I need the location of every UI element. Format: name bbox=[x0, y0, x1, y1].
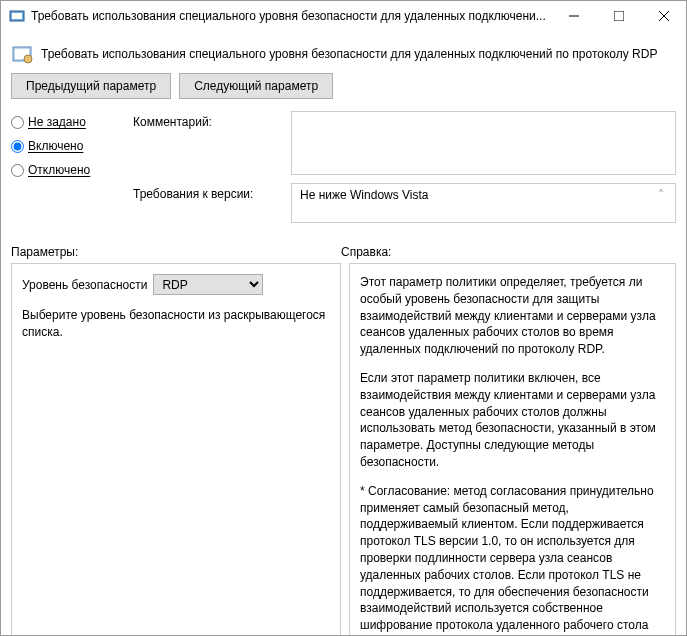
help-paragraph: Если этот параметр политики включен, все… bbox=[360, 370, 667, 471]
help-text[interactable]: Этот параметр политики определяет, требу… bbox=[360, 274, 673, 636]
close-button[interactable] bbox=[641, 1, 686, 31]
radio-disabled[interactable] bbox=[11, 164, 24, 177]
comment-textarea[interactable] bbox=[291, 111, 676, 175]
options-label: Параметры: bbox=[11, 245, 341, 259]
help-paragraph: * Согласование: метод согласования прину… bbox=[360, 483, 667, 636]
svg-rect-1 bbox=[12, 13, 22, 19]
policy-icon bbox=[11, 43, 33, 65]
state-radios: Не задано Включено Отключено bbox=[11, 111, 121, 231]
help-label: Справка: bbox=[341, 245, 391, 259]
requirements-label: Требования к версии: bbox=[133, 183, 283, 223]
previous-setting-button[interactable]: Предыдущий параметр bbox=[11, 73, 171, 99]
minimize-button[interactable] bbox=[551, 1, 596, 31]
radio-enabled-label[interactable]: Включено bbox=[28, 139, 83, 153]
radio-disabled-label[interactable]: Отключено bbox=[28, 163, 90, 177]
app-icon bbox=[9, 8, 25, 24]
scroll-up-icon: ˄ bbox=[655, 188, 667, 218]
svg-rect-3 bbox=[614, 11, 624, 21]
help-paragraph: Этот параметр политики определяет, требу… bbox=[360, 274, 667, 358]
comment-label: Комментарий: bbox=[133, 111, 283, 175]
policy-header: Требовать использования специального уро… bbox=[11, 39, 676, 73]
svg-point-8 bbox=[24, 55, 32, 63]
window-controls bbox=[551, 1, 686, 31]
window-title: Требовать использования специального уро… bbox=[31, 9, 551, 23]
security-level-label: Уровень безопасности bbox=[22, 278, 147, 292]
radio-not-configured-label[interactable]: Не задано bbox=[28, 115, 86, 129]
requirements-value: Не ниже Windows Vista bbox=[300, 188, 429, 218]
maximize-button[interactable] bbox=[596, 1, 641, 31]
radio-enabled[interactable] bbox=[11, 140, 24, 153]
policy-title: Требовать использования специального уро… bbox=[41, 47, 657, 61]
security-level-select[interactable]: RDP bbox=[153, 274, 263, 295]
options-panel: Уровень безопасности RDP Выберите уровен… bbox=[11, 263, 341, 636]
titlebar: Требовать использования специального уро… bbox=[1, 1, 686, 31]
radio-not-configured[interactable] bbox=[11, 116, 24, 129]
help-panel: Этот параметр политики определяет, требу… bbox=[349, 263, 676, 636]
next-setting-button[interactable]: Следующий параметр bbox=[179, 73, 333, 99]
options-hint: Выберите уровень безопасности из раскрыв… bbox=[22, 307, 330, 341]
requirements-text: Не ниже Windows Vista ˄ bbox=[291, 183, 676, 223]
